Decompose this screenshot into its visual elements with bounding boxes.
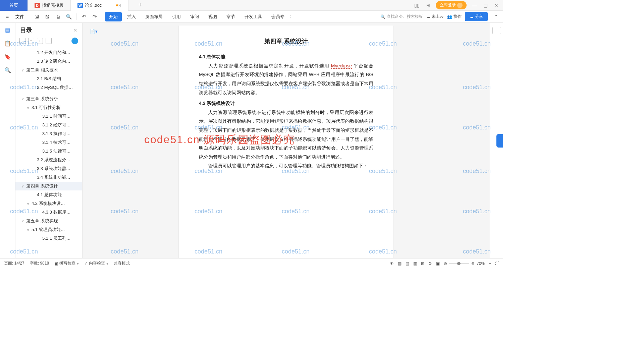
tree-item[interactable]: 3.1.5 法律可…: [15, 147, 82, 156]
status-spellcheck[interactable]: ▣拼写检查▾: [54, 261, 79, 266]
tree-item[interactable]: 1.2 开发目的和…: [15, 48, 82, 57]
layout-icon[interactable]: ▯▯: [413, 3, 421, 8]
close-icon[interactable]: ✕: [493, 3, 500, 8]
outline-title: 目录: [20, 26, 32, 34]
undo-icon[interactable]: ↶: [79, 12, 89, 21]
settings-icon[interactable]: ⚙: [428, 261, 432, 266]
login-button[interactable]: 立即登录: [436, 1, 467, 9]
document-area[interactable]: 📄▾ 第四章 系统设计 4.1 总体功能 人力资源管理系统是根据需求定制开发，开…: [83, 23, 490, 258]
ribbon-ref[interactable]: 引用: [168, 12, 185, 21]
add-icon[interactable]: +: [37, 38, 43, 44]
zoom-out-icon[interactable]: ⊖: [444, 261, 447, 266]
tree-item[interactable]: 3.1.1 时间可…: [15, 112, 82, 121]
file-menu[interactable]: 文件: [13, 14, 26, 20]
tab-document[interactable]: W 论文.doc ⊡: [71, 0, 128, 11]
ribbon-member[interactable]: 会员专: [267, 12, 288, 21]
command-search[interactable]: 🔍 查找命令、搜索模板: [380, 14, 423, 19]
cloud-status[interactable]: ☁ 未上云: [426, 14, 444, 19]
collapse-all-icon[interactable]: ⌄: [19, 38, 25, 44]
preview-icon[interactable]: 🔍: [64, 12, 73, 21]
redo-icon[interactable]: ↷: [90, 12, 99, 21]
unsaved-dot: [116, 4, 118, 6]
tree-item[interactable]: ∨第四章 系统设计: [15, 182, 82, 190]
tree-item[interactable]: 3.4 系统非功能…: [15, 173, 82, 182]
tree-item[interactable]: ∨4.2 系统模块设…: [15, 199, 82, 208]
tree-item[interactable]: 2.1 B/S 结构: [15, 74, 82, 83]
ribbon-scroll-icon[interactable]: 〉: [290, 14, 293, 19]
cloud-icon: ☁: [426, 14, 430, 19]
ribbon-insert[interactable]: 插入: [123, 12, 140, 21]
tree-item[interactable]: ∨第三章 系统分析: [15, 95, 82, 103]
tree-item[interactable]: ∨5.1 管理员功能…: [15, 225, 82, 234]
tree-item[interactable]: 3.1.2 经济可…: [15, 121, 82, 129]
status-page[interactable]: 页面: 14/27: [4, 261, 24, 266]
save-icon[interactable]: 🖫: [32, 12, 41, 21]
find-icon[interactable]: 🔍: [4, 66, 11, 74]
status-words[interactable]: 字数: 9818: [30, 261, 49, 266]
tab-home[interactable]: 首页: [0, 0, 28, 11]
expand-all-icon[interactable]: ⌃: [28, 38, 34, 44]
tree-item[interactable]: 2.2 MySQL 数据…: [15, 83, 82, 92]
section-4-1: 4.1 总体功能: [199, 52, 373, 61]
apps-icon[interactable]: ⊞: [425, 3, 432, 8]
section-4-2: 4.2 系统模块设计: [199, 99, 373, 108]
main-area: ▤ 📋 🔖 🔍 目录 ✕ ⌄ ⌃ + − 1.2 开发目的和…1.3 论文研究内…: [0, 23, 503, 258]
tree-item[interactable]: 5.1.1 员工列…: [15, 234, 82, 243]
tree-item[interactable]: 3.1.3 操作可…: [15, 129, 82, 138]
collab-button[interactable]: 👥 协作: [447, 14, 462, 19]
spell-error: Myeclipse: [331, 63, 352, 69]
read-mode-icon[interactable]: 👁: [390, 261, 394, 266]
print-icon[interactable]: ⎙: [53, 12, 63, 21]
insert-marker-icon[interactable]: 📄▾: [90, 29, 98, 34]
view2-icon[interactable]: ▥: [413, 261, 417, 266]
share-button[interactable]: ☁ 分享: [465, 12, 488, 21]
ribbon-review[interactable]: 审阅: [186, 12, 203, 21]
save-as-icon[interactable]: 🖫: [43, 12, 52, 21]
tree-item[interactable]: 1.3 论文研究内…: [15, 57, 82, 66]
avatar-icon: [457, 3, 463, 8]
paragraph-3: 管理员可以管理用户的基本信息，可以管理等功能。管理员功能结构图如下：: [199, 161, 373, 170]
ribbon-view[interactable]: 视图: [204, 12, 221, 21]
clipboard-icon[interactable]: 📋: [4, 40, 11, 47]
ribbon-layout[interactable]: 页面布局: [141, 12, 167, 21]
hamburger-icon[interactable]: ≡: [3, 12, 12, 21]
share-icon: ☁: [470, 14, 474, 19]
tab-add[interactable]: +: [128, 0, 152, 11]
tree-item[interactable]: 3.1.4 技术可…: [15, 138, 82, 147]
tree-item[interactable]: 4.3.3 数据库…: [15, 208, 82, 217]
tree-item[interactable]: ∨第五章 系统实现: [15, 217, 82, 225]
tree-item[interactable]: 3.3 系统功能需…: [15, 164, 82, 173]
outline-tree[interactable]: 1.2 开发目的和…1.3 论文研究内…∨第二章 相关技术2.1 B/S 结构2…: [15, 47, 82, 258]
status-content-check[interactable]: ✓内容检查▾: [84, 261, 108, 266]
ai-chat-icon[interactable]: [71, 38, 78, 44]
fit-icon[interactable]: +: [489, 261, 491, 266]
layout-mode-icon[interactable]: ▦: [398, 261, 401, 266]
tab-templates[interactable]: D 找稻壳模板: [28, 0, 71, 11]
paragraph-2: 人力资源管理系统系统在进行系统中功能模块的划分时，采用层次图来进行表示。层次图具…: [199, 108, 373, 162]
view1-icon[interactable]: ▤: [406, 261, 409, 266]
document-page: 第四章 系统设计 4.1 总体功能 人力资源管理系统是根据需求定制开发，开发软件…: [179, 25, 393, 258]
view3-icon[interactable]: ⊞: [421, 261, 424, 266]
collapse-ribbon-icon[interactable]: ⌃: [491, 12, 500, 21]
remove-icon[interactable]: −: [46, 38, 52, 44]
tree-item[interactable]: [15, 92, 82, 95]
collab-label: 协作: [453, 14, 462, 19]
tree-item[interactable]: 3.2 系统流程分…: [15, 156, 82, 164]
zoom-control[interactable]: ⊖ ⊕ 70%: [444, 261, 485, 266]
maximize-icon[interactable]: ▢: [482, 3, 489, 8]
ribbon-chapter[interactable]: 章节: [222, 12, 239, 21]
view4-icon[interactable]: ▣: [436, 261, 440, 266]
minimize-icon[interactable]: —: [471, 3, 478, 8]
tree-item[interactable]: 4.1 总体功能: [15, 190, 82, 199]
side-float-tab[interactable]: [496, 134, 503, 148]
fullscreen-icon[interactable]: ⛶: [495, 261, 499, 266]
ribbon-start[interactable]: 开始: [105, 12, 122, 21]
panel-toggle-icon[interactable]: [492, 27, 501, 34]
ribbon-dev[interactable]: 开发工具: [240, 12, 266, 21]
outline-close-icon[interactable]: ✕: [73, 27, 77, 33]
outline-icon[interactable]: ▤: [4, 26, 11, 34]
tree-item[interactable]: ∨第二章 相关技术: [15, 66, 82, 74]
bookmark-icon[interactable]: 🔖: [4, 53, 11, 60]
tree-item[interactable]: ∨3.1 可行性分析: [15, 103, 82, 112]
zoom-in-icon[interactable]: ⊕: [471, 261, 475, 266]
